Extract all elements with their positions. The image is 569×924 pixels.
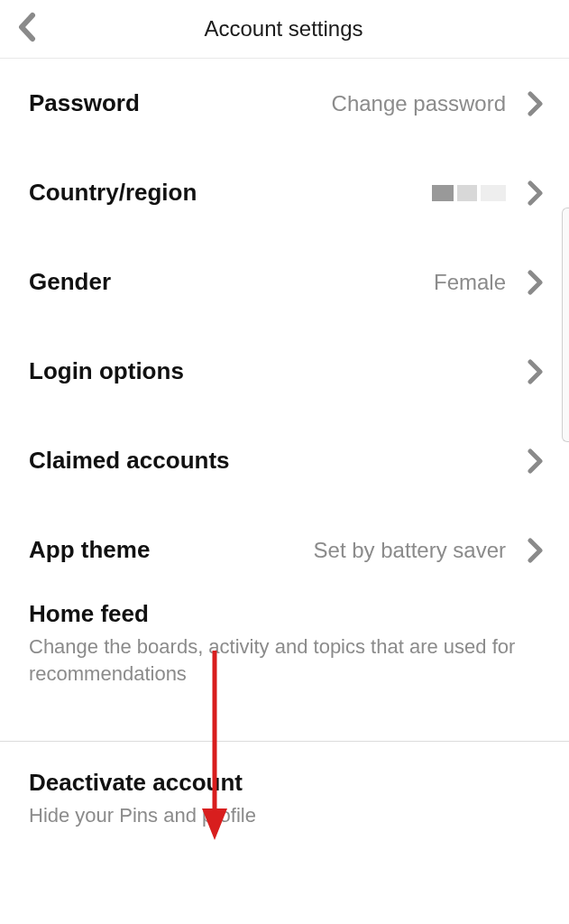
chevron-right-icon — [528, 180, 544, 206]
setting-label: Country/region — [29, 179, 197, 207]
setting-row-claimed-accounts[interactable]: Claimed accounts — [0, 416, 569, 505]
scroll-handle[interactable] — [562, 208, 569, 442]
back-button[interactable] — [16, 12, 36, 46]
setting-value: Female — [434, 270, 506, 295]
setting-row-gender[interactable]: Gender Female — [0, 237, 569, 327]
setting-value: Set by battery saver — [314, 538, 506, 563]
setting-row-home-feed[interactable]: Home feed Change the boards, activity an… — [0, 584, 569, 705]
setting-label: App theme — [29, 536, 150, 564]
setting-description: Hide your Pins and profile — [29, 802, 544, 829]
redacted-value — [432, 185, 506, 201]
setting-row-login-options[interactable]: Login options — [0, 327, 569, 416]
setting-label: Password — [29, 89, 140, 117]
setting-row-app-theme[interactable]: App theme Set by battery saver — [0, 505, 569, 584]
setting-right — [528, 448, 544, 474]
setting-label: Claimed accounts — [29, 447, 230, 475]
chevron-right-icon — [528, 270, 544, 295]
page-title: Account settings — [16, 16, 551, 42]
setting-right — [528, 359, 544, 384]
setting-label: Deactivate account — [29, 769, 544, 797]
setting-label: Login options — [29, 357, 184, 385]
setting-right: Change password — [332, 91, 544, 116]
setting-row-country[interactable]: Country/region — [0, 148, 569, 237]
setting-right: Set by battery saver — [314, 538, 544, 563]
settings-list: Password Change password Country/region … — [0, 59, 569, 847]
setting-value: Change password — [332, 91, 506, 116]
chevron-right-icon — [528, 91, 544, 116]
chevron-right-icon — [528, 448, 544, 474]
chevron-right-icon — [528, 538, 544, 563]
setting-right: Female — [434, 270, 544, 295]
setting-label: Home feed — [29, 600, 544, 628]
setting-right — [432, 180, 544, 206]
chevron-right-icon — [528, 359, 544, 384]
setting-description: Change the boards, activity and topics t… — [29, 633, 544, 687]
setting-label: Gender — [29, 268, 111, 296]
setting-row-deactivate-account[interactable]: Deactivate account Hide your Pins and pr… — [0, 742, 569, 847]
setting-row-password[interactable]: Password Change password — [0, 59, 569, 148]
header: Account settings — [0, 0, 569, 59]
